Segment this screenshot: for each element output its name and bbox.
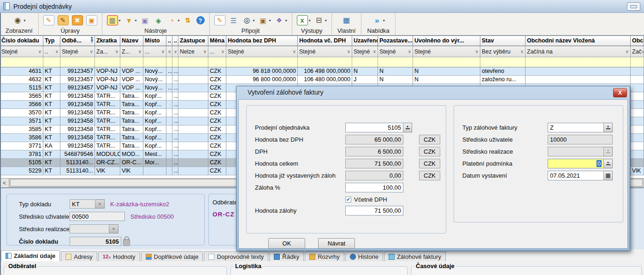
- filter-input-16[interactable]: [526, 57, 631, 67]
- column-filter-6[interactable]: ∨: [166, 46, 172, 57]
- note-edit-button[interactable]: ✎: [214, 15, 225, 25]
- tab-adresy[interactable]: Adresy: [61, 251, 97, 261]
- detail-field-value[interactable]: 00500: [70, 212, 125, 221]
- column-filter-11[interactable]: Stejné∨: [298, 46, 352, 57]
- return-button[interactable]: Návrat: [318, 238, 355, 249]
- column-filter-15[interactable]: Bez výběru∨: [480, 46, 526, 57]
- column-header-1[interactable]: Typ: [43, 36, 60, 46]
- filter-input-3[interactable]: [95, 57, 120, 67]
- column-filter-7[interactable]: ∨: [172, 46, 178, 57]
- column-header-12[interactable]: Uzavřeno: [352, 36, 378, 46]
- table-row[interactable]: 4632KT99123457VOP-NJVOP ...Nový......CZK…: [0, 76, 644, 84]
- filter-input-12[interactable]: [352, 57, 378, 67]
- ok-button[interactable]: OK: [268, 238, 305, 249]
- column-header-6[interactable]: ..: [166, 36, 172, 46]
- tab-doprovodne[interactable]: Doprovodné texty: [204, 251, 268, 261]
- filter-input-5[interactable]: [143, 57, 166, 67]
- close-icon[interactable]: X: [613, 88, 627, 97]
- tab-rozvrhy[interactable]: Rozvrhy: [305, 251, 344, 261]
- column-header-5[interactable]: Místo: [143, 36, 166, 46]
- dialog-field-value[interactable]: 5105: [345, 123, 403, 132]
- compass-button[interactable]: ◔▾: [167, 16, 180, 25]
- column-filter-10[interactable]: Stejné∨: [226, 46, 298, 57]
- funnel-filter-button[interactable]: ▼▾: [124, 16, 137, 25]
- mesh-globe-button[interactable]: ◈: [154, 16, 164, 25]
- view-eye-button[interactable]: ◉▾: [12, 16, 25, 25]
- checkbox-checked[interactable]: ✔: [345, 197, 351, 203]
- dialog-field-value[interactable]: Z: [548, 123, 604, 132]
- column-header-10[interactable]: Hodnota bez DPH: [226, 36, 298, 46]
- column-filter-3[interactable]: Za...∨: [95, 46, 120, 57]
- filter-input-7[interactable]: [172, 57, 178, 67]
- filter-input-2[interactable]: [60, 57, 95, 67]
- column-filter-1[interactable]: ..∨: [43, 46, 60, 57]
- print-button[interactable]: ⊟▾: [314, 16, 327, 25]
- filter-input-4[interactable]: [120, 57, 143, 67]
- column-header-0[interactable]: Číslo dokladu: [0, 36, 43, 46]
- excel-export-button[interactable]: x▾: [297, 15, 311, 25]
- column-filter-0[interactable]: Stejné∨: [0, 46, 43, 57]
- copy-record-button[interactable]: ▣: [86, 15, 97, 25]
- column-filter-12[interactable]: Stejné∨: [352, 46, 378, 57]
- column-filter-button[interactable]: ▥▾: [107, 15, 121, 25]
- column-filter-16[interactable]: Začíná na∨: [526, 46, 631, 57]
- filter-input-0[interactable]: [0, 57, 43, 67]
- detail-field-value[interactable]: KT: [70, 199, 95, 209]
- dialog-field-value[interactable]: 71 500,00: [345, 206, 403, 215]
- delete-record-button[interactable]: ✖: [72, 15, 83, 25]
- tab-zalohove[interactable]: Zálohové faktury: [384, 251, 446, 261]
- briefcase-button[interactable]: ▣▾: [258, 16, 271, 25]
- column-header-11[interactable]: Hodnota vč. DPH: [298, 36, 352, 46]
- column-filter-14[interactable]: Stejné∨: [413, 46, 480, 57]
- spin-button-icon[interactable]: ▼: [604, 159, 613, 168]
- column-filter-4[interactable]: Z...∨: [120, 46, 143, 57]
- tab-hodnoty[interactable]: 12₃Hodnoty: [98, 251, 140, 261]
- column-filter-17[interactable]: Zač∨: [631, 46, 644, 57]
- detail-field-value[interactable]: 5105: [70, 237, 121, 246]
- calendar-icon[interactable]: ▦: [604, 171, 613, 180]
- column-header-14[interactable]: Uvolněno do výr...: [413, 36, 480, 46]
- column-filter-13[interactable]: Stejné∨: [378, 46, 413, 57]
- filter-input-6[interactable]: [166, 57, 172, 67]
- custom-view-button[interactable]: ▦: [342, 16, 352, 25]
- combo-dropdown-icon[interactable]: ▼: [95, 199, 105, 209]
- help-button[interactable]: ?: [196, 16, 205, 24]
- spin-button-icon[interactable]: ▼: [403, 123, 412, 132]
- tab-zakladni[interactable]: Základní údaje: [1, 250, 60, 261]
- column-header-7[interactable]: ..: [172, 36, 178, 46]
- filter-input-14[interactable]: [413, 57, 480, 67]
- column-filter-2[interactable]: Stejné∨: [60, 46, 95, 57]
- menu-more-button[interactable]: »▾: [372, 16, 385, 25]
- tab-doplnkove[interactable]: Doplňkové údaje: [141, 251, 203, 261]
- filter-input-13[interactable]: [378, 57, 413, 67]
- minimize-button[interactable]: [627, 2, 640, 11]
- column-header-9[interactable]: Měna: [208, 36, 226, 46]
- column-header-13[interactable]: Pozastave...: [378, 36, 413, 46]
- new-record-button[interactable]: ✎: [43, 15, 54, 25]
- column-header-17[interactable]: Obch: [631, 36, 644, 46]
- workflow-button[interactable]: ❖▾: [274, 16, 287, 25]
- column-header-3[interactable]: Zkratka: [95, 36, 120, 46]
- column-filter-9[interactable]: ...∨: [208, 46, 226, 57]
- combo-dropdown-icon[interactable]: ▼: [109, 224, 118, 233]
- filter-input-8[interactable]: [178, 57, 208, 67]
- filter-input-9[interactable]: [208, 57, 226, 67]
- checklist-button[interactable]: ☰: [229, 16, 239, 25]
- column-filter-8[interactable]: Nelze∨: [178, 46, 208, 57]
- column-header-8[interactable]: Zástupce: [178, 36, 208, 46]
- dialog-field-value[interactable]: 0: [548, 159, 604, 168]
- column-header-15[interactable]: Stav: [480, 36, 526, 46]
- duplicate-button[interactable]: ▣: [140, 16, 150, 25]
- tab-historie[interactable]: Historie: [345, 251, 383, 261]
- disc-button[interactable]: ◎▾: [242, 16, 255, 25]
- column-header-4[interactable]: Název: [120, 36, 143, 46]
- column-header-2[interactable]: Odbě...1▾: [60, 36, 95, 46]
- filter-input-11[interactable]: [298, 57, 352, 67]
- scroll-left-button[interactable]: <: [0, 179, 9, 187]
- tab-radky[interactable]: Řádky: [269, 251, 304, 261]
- filter-input-10[interactable]: [226, 57, 298, 67]
- column-header-16[interactable]: Obchodní název Vložená: [526, 36, 631, 46]
- filter-input-15[interactable]: [480, 57, 526, 67]
- edit-record-button[interactable]: ✎: [58, 15, 69, 25]
- filter-input-17[interactable]: [631, 57, 644, 67]
